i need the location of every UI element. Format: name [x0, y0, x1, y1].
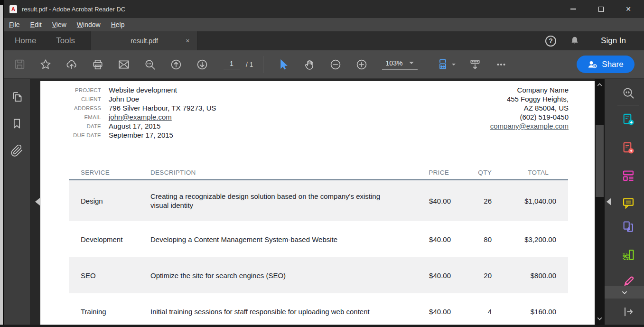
toolbar-divider	[263, 56, 263, 73]
meta-label: DATE	[40, 123, 101, 129]
meta-value: Website development	[109, 86, 177, 94]
table-row: Development Developing a Content Managem…	[69, 221, 568, 257]
meta-label: EMAIL	[40, 114, 101, 120]
combine-files-icon[interactable]	[622, 220, 635, 234]
save-icon[interactable]	[13, 58, 26, 71]
meta-value: September 17, 2015	[109, 131, 173, 139]
zoom-in-icon[interactable]	[355, 58, 368, 71]
rail-divider	[617, 105, 639, 105]
next-page-icon[interactable]	[196, 58, 208, 71]
maximize-button[interactable]	[587, 0, 615, 18]
sign-in-button[interactable]: Sign In	[601, 36, 626, 46]
more-tools-icon[interactable]	[495, 58, 507, 71]
meta-label: CLIENT	[40, 96, 101, 102]
menu-edit[interactable]: Edit	[25, 21, 47, 28]
more-tools-scroll[interactable]	[605, 286, 644, 299]
collapse-right-panel-icon[interactable]	[607, 198, 611, 206]
tab-tools[interactable]: Tools	[46, 31, 85, 50]
invoice-meta: PROJECTWebsite development CLIENTJohn Do…	[40, 85, 216, 140]
notifications-bell-icon[interactable]	[569, 36, 580, 46]
meta-value: 796 Silver Harbour, TX 79273, US	[109, 104, 216, 112]
search-tools-icon[interactable]	[622, 86, 635, 100]
company-address: 455 Foggy Heights,	[490, 94, 569, 103]
previous-page-icon[interactable]	[170, 58, 182, 71]
select-tool-icon[interactable]	[277, 58, 289, 71]
company-email-link[interactable]: company@example.com	[490, 121, 569, 131]
bookmarks-icon[interactable]	[10, 117, 23, 130]
pdf-page: PROJECTWebsite development CLIENTJohn Do…	[40, 81, 595, 325]
edit-pdf-icon[interactable]	[622, 169, 635, 182]
toolbar: 1 / 1 103% Share	[4, 50, 644, 79]
document-area: PROJECTWebsite development CLIENTJohn Do…	[30, 79, 595, 325]
menu-bar: File Edit View Window Help	[4, 18, 644, 31]
table-row: Training Initial training sessions for s…	[69, 293, 568, 325]
acrobat-window: A result.pdf - Adobe Acrobat Reader DC ✕…	[4, 0, 644, 325]
zoom-out-icon[interactable]	[329, 58, 342, 71]
page-total-label: / 1	[246, 61, 253, 68]
scrollbar-thumb[interactable]	[596, 125, 604, 197]
col-price: PRICE	[416, 169, 451, 176]
company-name: Company Name	[490, 85, 569, 94]
left-panel-rail	[4, 79, 30, 325]
scroll-up-icon[interactable]	[596, 81, 603, 88]
invoice-table: SERVICE DESCRIPTION PRICE QTY TOTAL Desi…	[69, 166, 568, 325]
title-bar: A result.pdf - Adobe Acrobat Reader DC ✕	[4, 0, 644, 18]
scroll-down-icon[interactable]	[596, 315, 603, 322]
company-block: Company Name 455 Foggy Heights, AZ 85004…	[490, 85, 569, 131]
open-tools-pane-icon[interactable]	[622, 305, 635, 318]
table-header: SERVICE DESCRIPTION PRICE QTY TOTAL	[69, 166, 568, 179]
menu-file[interactable]: File	[4, 21, 25, 28]
create-pdf-icon[interactable]	[622, 141, 635, 155]
acrobat-app-icon: A	[9, 5, 17, 13]
star-favorite-icon[interactable]	[39, 58, 52, 71]
col-description: DESCRIPTION	[150, 168, 416, 177]
organize-pages-icon[interactable]	[622, 248, 635, 262]
meta-value: August 17, 2015	[109, 122, 160, 130]
tab-home[interactable]: Home	[5, 31, 46, 50]
col-service: SERVICE	[81, 169, 150, 176]
zoom-level-select[interactable]: 103%	[382, 59, 418, 70]
export-pdf-icon[interactable]	[622, 113, 635, 126]
hand-tool-icon[interactable]	[303, 58, 316, 71]
vertical-scrollbar[interactable]	[595, 79, 605, 325]
tools-rail	[605, 79, 644, 325]
print-icon[interactable]	[92, 58, 104, 71]
page-thumbnails-icon[interactable]	[10, 90, 23, 103]
scroll-mode-icon[interactable]	[437, 58, 449, 71]
chevron-down-icon	[409, 62, 414, 64]
cloud-upload-icon[interactable]	[65, 58, 78, 71]
minimize-button[interactable]	[560, 0, 587, 18]
page-number-input[interactable]: 1	[224, 60, 240, 69]
table-row: Design Creating a recognizable design so…	[69, 180, 568, 221]
window-title: result.pdf - Adobe Acrobat Reader DC	[22, 6, 125, 13]
col-qty: QTY	[451, 169, 492, 176]
desktop-edge-strip	[0, 5, 3, 326]
close-button[interactable]: ✕	[615, 0, 642, 18]
menu-view[interactable]: View	[47, 21, 72, 28]
scroll-mode-caret-icon[interactable]	[452, 64, 456, 65]
col-total: TOTAL	[492, 169, 556, 176]
tab-close-icon[interactable]: ✕	[186, 38, 190, 44]
share-button-label: Share	[602, 60, 623, 69]
tab-bar: Home Tools result.pdf ✕ ? Sign In	[4, 31, 644, 50]
table-row: SEO Optimize the site for search engines…	[69, 257, 568, 293]
help-icon[interactable]: ?	[545, 36, 556, 47]
search-zoom-icon[interactable]	[144, 58, 156, 71]
window-bottom-edge	[0, 325, 644, 327]
email-icon[interactable]	[118, 58, 130, 71]
collapse-left-panel-icon[interactable]	[35, 198, 40, 206]
share-button[interactable]: Share	[577, 56, 635, 73]
tab-document-label: result.pdf	[131, 37, 158, 45]
menu-window[interactable]: Window	[72, 21, 106, 28]
client-email-link[interactable]: john@example.com	[109, 113, 172, 121]
meta-label: ADDRESS	[40, 105, 101, 111]
page-display-icon[interactable]	[469, 58, 481, 71]
menu-help[interactable]: Help	[106, 21, 130, 28]
attachments-icon[interactable]	[10, 144, 23, 157]
tab-document[interactable]: result.pdf ✕	[91, 31, 198, 50]
zoom-level-value: 103%	[386, 59, 403, 67]
meta-value: John Doe	[109, 95, 139, 103]
fill-sign-icon[interactable]	[622, 273, 635, 287]
comment-icon[interactable]	[622, 196, 635, 210]
company-phone: (602) 519-0450	[490, 112, 569, 121]
